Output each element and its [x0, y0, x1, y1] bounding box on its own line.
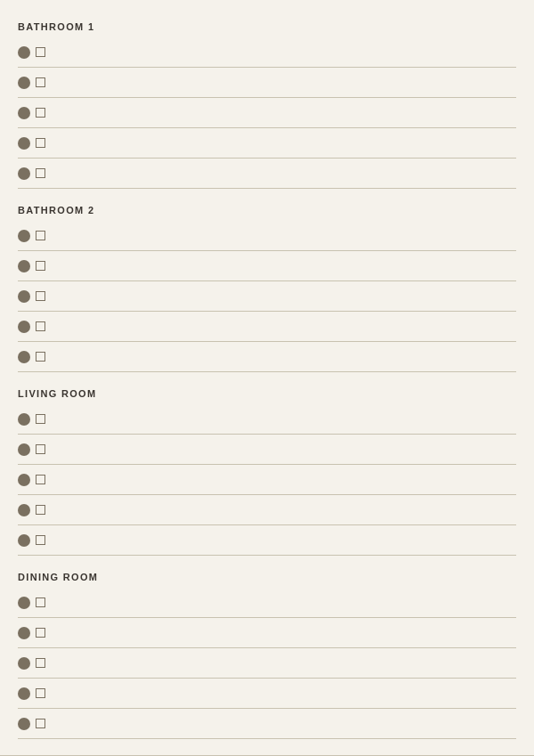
checkbox-icon[interactable] — [36, 628, 45, 638]
task-row[interactable] — [18, 435, 516, 465]
task-line — [53, 540, 516, 541]
task-row[interactable] — [18, 588, 516, 618]
dot-icon — [18, 167, 30, 180]
task-line — [53, 52, 516, 53]
checkbox-icon[interactable] — [36, 658, 45, 668]
task-line — [53, 112, 516, 113]
section-bathroom1: BATHROOM 1 — [18, 21, 516, 189]
task-row[interactable] — [18, 525, 516, 556]
checkbox-icon[interactable] — [36, 47, 45, 57]
dot-icon — [18, 107, 30, 119]
task-row[interactable] — [18, 68, 516, 98]
task-row[interactable] — [18, 618, 516, 648]
task-line — [53, 693, 516, 694]
checkbox-icon[interactable] — [36, 505, 45, 515]
checkbox-icon[interactable] — [36, 719, 45, 728]
checkbox-icon[interactable] — [36, 475, 45, 484]
dot-icon — [18, 443, 30, 456]
task-line — [53, 419, 516, 419]
checkbox-icon[interactable] — [36, 261, 45, 271]
checkbox-icon[interactable] — [36, 688, 45, 698]
task-row[interactable] — [18, 159, 516, 189]
section-title-bathroom2: BATHROOM 2 — [18, 205, 516, 215]
dot-icon — [18, 474, 30, 486]
task-line — [53, 82, 516, 83]
dot-icon — [18, 413, 30, 426]
task-row[interactable] — [18, 37, 516, 68]
checkbox-icon[interactable] — [36, 291, 45, 301]
dot-icon — [18, 687, 30, 700]
task-line — [53, 509, 516, 510]
checkbox-icon[interactable] — [36, 108, 45, 118]
checkbox-icon[interactable] — [36, 535, 45, 545]
checkbox-icon[interactable] — [36, 444, 45, 454]
dot-icon — [18, 504, 30, 516]
task-line — [53, 479, 516, 480]
task-row[interactable] — [18, 312, 516, 342]
task-row[interactable] — [18, 404, 516, 435]
task-row[interactable] — [18, 281, 516, 312]
task-line — [53, 142, 516, 143]
dot-icon — [18, 321, 30, 333]
section-title-dining_room: DINING ROOM — [18, 572, 516, 582]
dot-icon — [18, 718, 30, 730]
task-line — [53, 723, 516, 724]
section-bathroom2: BATHROOM 2 — [18, 205, 516, 372]
task-row[interactable] — [18, 342, 516, 372]
section-title-bathroom1: BATHROOM 1 — [18, 21, 516, 32]
dot-icon — [18, 77, 30, 89]
checkbox-icon[interactable] — [36, 231, 45, 240]
task-row[interactable] — [18, 465, 516, 495]
task-line — [53, 449, 516, 450]
task-row[interactable] — [18, 679, 516, 709]
task-row[interactable] — [18, 648, 516, 679]
task-line — [53, 173, 516, 174]
task-row[interactable] — [18, 128, 516, 159]
task-line — [53, 663, 516, 663]
checkbox-icon[interactable] — [36, 352, 45, 362]
task-line — [53, 265, 516, 266]
task-line — [53, 602, 516, 603]
task-line — [53, 296, 516, 297]
task-line — [53, 356, 516, 357]
task-line — [53, 235, 516, 236]
checkbox-icon[interactable] — [36, 138, 45, 148]
main-content: BATHROOM 1BATHROOM 2LIVING ROOMDINING RO… — [0, 0, 534, 755]
dot-icon — [18, 627, 30, 639]
task-row[interactable] — [18, 709, 516, 739]
task-row[interactable] — [18, 98, 516, 128]
task-row[interactable] — [18, 221, 516, 251]
dot-icon — [18, 597, 30, 609]
checkbox-icon[interactable] — [36, 321, 45, 331]
dot-icon — [18, 290, 30, 303]
dot-icon — [18, 46, 30, 59]
dot-icon — [18, 657, 30, 670]
task-row[interactable] — [18, 495, 516, 525]
dot-icon — [18, 534, 30, 547]
dot-icon — [18, 137, 30, 150]
dot-icon — [18, 351, 30, 363]
section-dining_room: DINING ROOM — [18, 572, 516, 739]
checkbox-icon[interactable] — [36, 77, 45, 87]
task-line — [53, 326, 516, 327]
dot-icon — [18, 260, 30, 272]
checkbox-icon[interactable] — [36, 597, 45, 607]
section-living_room: LIVING ROOM — [18, 388, 516, 556]
task-row[interactable] — [18, 251, 516, 281]
checkbox-icon[interactable] — [36, 168, 45, 178]
dot-icon — [18, 230, 30, 242]
checkbox-icon[interactable] — [36, 414, 45, 424]
task-line — [53, 632, 516, 633]
section-title-living_room: LIVING ROOM — [18, 388, 516, 399]
